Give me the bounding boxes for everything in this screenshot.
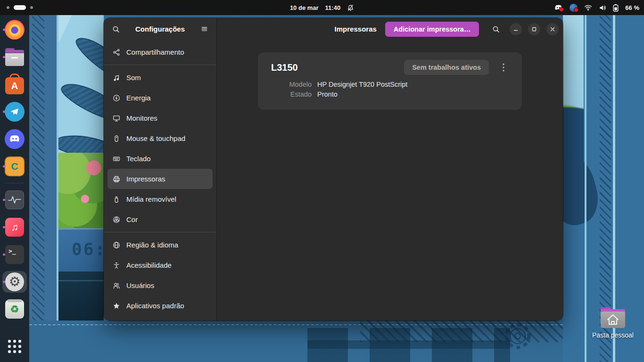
dock-item-files[interactable] [2,46,27,68]
wallpaper-gear [503,321,532,351]
sidebar-item-label: Usuários [126,281,154,289]
wallpaper-leaf [57,76,104,126]
add-printer-button[interactable]: Adicionar impressora… [385,22,479,37]
app-indicator-icon[interactable] [570,4,578,12]
sidebar-item-label: Energia [126,94,151,102]
wallpaper-denim-seam [29,15,58,362]
sidebar-item-acessibilidade[interactable]: Acessibilidade [107,255,213,275]
app-title: Configurações [126,25,194,33]
sidebar-item-compartilhamento[interactable]: Compartilhamento [107,42,213,62]
ubuntu-software-icon: A [5,77,24,94]
model-label: Modelo [271,81,312,88]
dock-item-ubuntu-software[interactable]: A [2,74,27,95]
running-indicator [3,199,5,201]
dock-item-graphics-app[interactable]: C [2,156,27,177]
dock-item-settings[interactable]: ⚙ [2,271,27,293]
sidebar-divider [104,65,216,65]
sidebar-item-label: Região & idioma [126,241,178,249]
sidebar-divider [104,232,216,232]
sidebar-item-mouse-touchpad[interactable]: Mouse & touchpad [107,128,213,148]
dock-item-discord[interactable] [2,128,27,150]
sidebar-item-label: Som [126,74,141,82]
show-apps-icon [8,340,21,353]
globe-icon [113,241,120,249]
sound-icon [113,74,120,82]
clock-menu[interactable]: 10 de mar 11:40 [0,4,644,11]
mouse-icon [113,135,120,142]
discord-tray-icon[interactable] [554,4,563,11]
sidebar-search-button[interactable] [108,22,124,37]
dock-item-telegram[interactable] [2,101,27,123]
sidebar-item-usuarios[interactable]: Usuários [107,275,213,296]
sidebar-item-monitores[interactable]: Monitores [107,108,213,128]
wallpaper-pocket [563,149,605,231]
sidebar-item-midia-removivel[interactable]: Mídia removível [107,189,213,209]
notification-badge [574,8,578,12]
running-indicator [3,111,5,113]
sidebar-item-aplicativos-padrao[interactable]: Aplicativos padrão [107,296,213,316]
wallpaper-leaf [71,31,104,85]
removable-media-icon [113,196,120,203]
sidebar-item-label: Mouse & touchpad [126,134,185,142]
topbar-time: 11:40 [325,4,341,11]
do-not-disturb-bell-icon [347,4,354,11]
battery-percent: 66 % [625,4,639,11]
dock-item-music[interactable]: ♫ [2,216,27,238]
system-tray[interactable]: 66 % [554,4,639,12]
jobs-status-button[interactable]: Sem trabalhos ativos [404,60,489,75]
music-icon: ♫ [5,218,24,237]
running-indicator [3,29,5,31]
star-icon [113,302,120,310]
dock-item-firefox[interactable] [2,19,27,41]
sidebar-item-impressoras[interactable]: Impressoras [107,169,213,189]
dock-item-show-apps[interactable] [2,336,27,357]
sidebar-item-teclado[interactable]: Teclado [107,148,213,169]
wallpaper-digital-clock: 06: [52,228,104,272]
dock-item-terminal[interactable]: >_ [2,244,27,265]
close-button[interactable] [546,23,559,35]
minimize-button[interactable] [510,23,522,35]
printer-options-kebab-icon[interactable] [498,63,509,72]
maximize-button[interactable] [528,23,540,35]
header-search-button[interactable] [488,22,504,37]
sidebar-item-label: Monitores [126,114,157,122]
keyboard-icon [113,155,120,163]
volume-icon[interactable] [599,4,606,11]
sidebar-item-regiao-idioma[interactable]: Região & idioma [107,235,213,255]
sidebar-item-som[interactable]: Som [107,67,213,88]
graphics-app-icon: C [5,156,25,176]
model-value: HP Designjet T920 PostScript [317,81,509,88]
notification-badge [559,7,564,12]
displays-icon [113,115,120,122]
accessibility-icon [113,262,120,269]
dock-item-trash[interactable]: ♻ [2,298,27,320]
sidebar-item-label: Teclado [126,155,151,163]
sidebar-item-label: Aplicativos padrão [126,302,184,310]
sidebar-item-label: Compartilhamento [126,48,184,56]
running-indicator [3,165,5,168]
sidebar-nav: Compartilhamento Som [104,40,216,318]
printers-content: L3150 Sem trabalhos ativos Modelo HP Des… [217,40,563,321]
home-folder-label: Pasta pessoal [592,331,634,339]
color-icon [113,216,120,223]
printer-card: L3150 Sem trabalhos ativos Modelo HP Des… [258,52,522,110]
firefox-icon [5,20,25,40]
battery-icon[interactable] [613,4,619,12]
wallpaper-stitch [585,15,586,362]
home-folder-icon[interactable]: Pasta pessoal [590,306,636,339]
sidebar-item-label: Cor [126,215,138,223]
sidebar-item-cor[interactable]: Cor [107,209,213,230]
top-bar: 10 de mar 11:40 [0,0,644,15]
settings-gear-icon: ⚙ [5,272,24,291]
system-monitor-icon [5,190,24,209]
wifi-icon[interactable] [584,4,592,11]
main-menu-button[interactable] [197,22,212,37]
running-indicator [3,226,5,229]
sidebar-item-energia[interactable]: Energia [107,88,213,108]
dock: A C ♫ > [0,15,29,362]
terminal-icon: >_ [5,245,24,264]
folder-home-glyph [599,306,627,329]
power-icon [113,94,120,102]
printer-name: L3150 [271,62,404,73]
dock-item-system-monitor[interactable] [2,189,27,211]
